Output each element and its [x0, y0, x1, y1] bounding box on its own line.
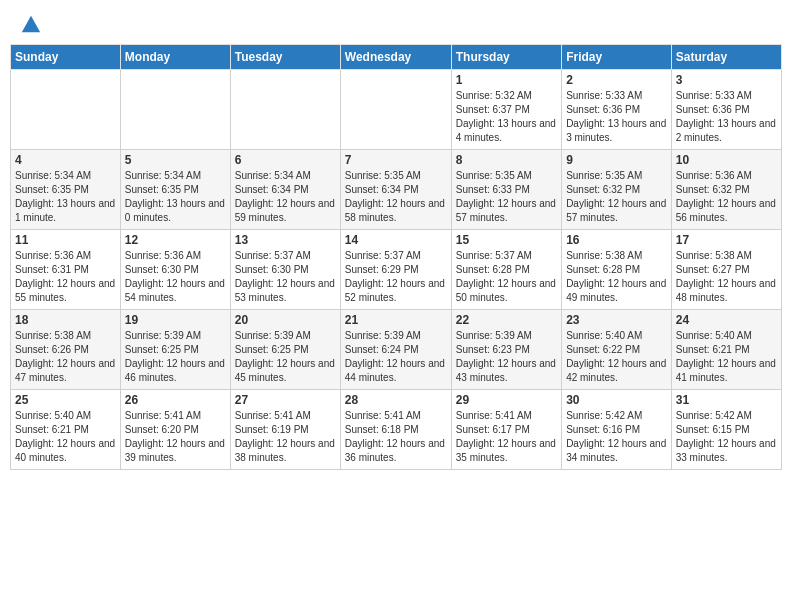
weekday-header-sunday: Sunday — [11, 45, 121, 70]
day-number: 17 — [676, 233, 777, 247]
day-number: 11 — [15, 233, 116, 247]
day-number: 25 — [15, 393, 116, 407]
calendar-cell: 23 Sunrise: 5:40 AMSunset: 6:22 PMDaylig… — [562, 310, 672, 390]
day-info: Sunrise: 5:32 AMSunset: 6:37 PMDaylight:… — [456, 90, 556, 143]
calendar-cell — [120, 70, 230, 150]
calendar-cell: 28 Sunrise: 5:41 AMSunset: 6:18 PMDaylig… — [340, 390, 451, 470]
calendar-cell: 22 Sunrise: 5:39 AMSunset: 6:23 PMDaylig… — [451, 310, 561, 390]
calendar-cell: 7 Sunrise: 5:35 AMSunset: 6:34 PMDayligh… — [340, 150, 451, 230]
calendar-cell — [230, 70, 340, 150]
calendar-cell — [340, 70, 451, 150]
day-info: Sunrise: 5:39 AMSunset: 6:25 PMDaylight:… — [125, 330, 225, 383]
calendar-cell: 30 Sunrise: 5:42 AMSunset: 6:16 PMDaylig… — [562, 390, 672, 470]
day-number: 28 — [345, 393, 447, 407]
day-number: 13 — [235, 233, 336, 247]
calendar-week-5: 25 Sunrise: 5:40 AMSunset: 6:21 PMDaylig… — [11, 390, 782, 470]
weekday-header-wednesday: Wednesday — [340, 45, 451, 70]
calendar-cell: 5 Sunrise: 5:34 AMSunset: 6:35 PMDayligh… — [120, 150, 230, 230]
day-info: Sunrise: 5:40 AMSunset: 6:21 PMDaylight:… — [15, 410, 115, 463]
day-info: Sunrise: 5:39 AMSunset: 6:23 PMDaylight:… — [456, 330, 556, 383]
day-number: 23 — [566, 313, 667, 327]
calendar-cell: 26 Sunrise: 5:41 AMSunset: 6:20 PMDaylig… — [120, 390, 230, 470]
day-info: Sunrise: 5:34 AMSunset: 6:34 PMDaylight:… — [235, 170, 335, 223]
calendar-cell: 29 Sunrise: 5:41 AMSunset: 6:17 PMDaylig… — [451, 390, 561, 470]
calendar-cell: 4 Sunrise: 5:34 AMSunset: 6:35 PMDayligh… — [11, 150, 121, 230]
day-info: Sunrise: 5:38 AMSunset: 6:27 PMDaylight:… — [676, 250, 776, 303]
calendar-cell: 15 Sunrise: 5:37 AMSunset: 6:28 PMDaylig… — [451, 230, 561, 310]
day-info: Sunrise: 5:35 AMSunset: 6:33 PMDaylight:… — [456, 170, 556, 223]
day-info: Sunrise: 5:41 AMSunset: 6:18 PMDaylight:… — [345, 410, 445, 463]
calendar-week-2: 4 Sunrise: 5:34 AMSunset: 6:35 PMDayligh… — [11, 150, 782, 230]
calendar-cell: 2 Sunrise: 5:33 AMSunset: 6:36 PMDayligh… — [562, 70, 672, 150]
calendar-cell: 24 Sunrise: 5:40 AMSunset: 6:21 PMDaylig… — [671, 310, 781, 390]
calendar-cell: 6 Sunrise: 5:34 AMSunset: 6:34 PMDayligh… — [230, 150, 340, 230]
day-info: Sunrise: 5:41 AMSunset: 6:20 PMDaylight:… — [125, 410, 225, 463]
day-number: 6 — [235, 153, 336, 167]
logo — [18, 14, 42, 32]
day-info: Sunrise: 5:36 AMSunset: 6:32 PMDaylight:… — [676, 170, 776, 223]
weekday-header-saturday: Saturday — [671, 45, 781, 70]
day-number: 20 — [235, 313, 336, 327]
day-number: 24 — [676, 313, 777, 327]
day-info: Sunrise: 5:39 AMSunset: 6:24 PMDaylight:… — [345, 330, 445, 383]
calendar-cell: 14 Sunrise: 5:37 AMSunset: 6:29 PMDaylig… — [340, 230, 451, 310]
day-info: Sunrise: 5:37 AMSunset: 6:29 PMDaylight:… — [345, 250, 445, 303]
calendar-cell: 13 Sunrise: 5:37 AMSunset: 6:30 PMDaylig… — [230, 230, 340, 310]
calendar-week-3: 11 Sunrise: 5:36 AMSunset: 6:31 PMDaylig… — [11, 230, 782, 310]
calendar-week-4: 18 Sunrise: 5:38 AMSunset: 6:26 PMDaylig… — [11, 310, 782, 390]
day-number: 7 — [345, 153, 447, 167]
day-number: 22 — [456, 313, 557, 327]
calendar-cell: 16 Sunrise: 5:38 AMSunset: 6:28 PMDaylig… — [562, 230, 672, 310]
day-number: 21 — [345, 313, 447, 327]
day-info: Sunrise: 5:40 AMSunset: 6:22 PMDaylight:… — [566, 330, 666, 383]
day-number: 30 — [566, 393, 667, 407]
day-info: Sunrise: 5:41 AMSunset: 6:19 PMDaylight:… — [235, 410, 335, 463]
day-number: 29 — [456, 393, 557, 407]
day-number: 3 — [676, 73, 777, 87]
calendar-cell: 8 Sunrise: 5:35 AMSunset: 6:33 PMDayligh… — [451, 150, 561, 230]
day-info: Sunrise: 5:34 AMSunset: 6:35 PMDaylight:… — [15, 170, 115, 223]
calendar-cell: 1 Sunrise: 5:32 AMSunset: 6:37 PMDayligh… — [451, 70, 561, 150]
day-info: Sunrise: 5:33 AMSunset: 6:36 PMDaylight:… — [566, 90, 666, 143]
day-number: 1 — [456, 73, 557, 87]
calendar-table: SundayMondayTuesdayWednesdayThursdayFrid… — [10, 44, 782, 470]
day-info: Sunrise: 5:37 AMSunset: 6:28 PMDaylight:… — [456, 250, 556, 303]
weekday-header-monday: Monday — [120, 45, 230, 70]
day-info: Sunrise: 5:38 AMSunset: 6:26 PMDaylight:… — [15, 330, 115, 383]
day-info: Sunrise: 5:42 AMSunset: 6:15 PMDaylight:… — [676, 410, 776, 463]
day-number: 19 — [125, 313, 226, 327]
day-number: 16 — [566, 233, 667, 247]
calendar-cell: 3 Sunrise: 5:33 AMSunset: 6:36 PMDayligh… — [671, 70, 781, 150]
weekday-header-row: SundayMondayTuesdayWednesdayThursdayFrid… — [11, 45, 782, 70]
weekday-header-thursday: Thursday — [451, 45, 561, 70]
page-header — [10, 10, 782, 36]
svg-marker-0 — [22, 16, 40, 33]
day-number: 18 — [15, 313, 116, 327]
weekday-header-friday: Friday — [562, 45, 672, 70]
calendar-cell: 10 Sunrise: 5:36 AMSunset: 6:32 PMDaylig… — [671, 150, 781, 230]
calendar-cell: 17 Sunrise: 5:38 AMSunset: 6:27 PMDaylig… — [671, 230, 781, 310]
day-number: 10 — [676, 153, 777, 167]
day-number: 26 — [125, 393, 226, 407]
day-number: 2 — [566, 73, 667, 87]
day-info: Sunrise: 5:35 AMSunset: 6:34 PMDaylight:… — [345, 170, 445, 223]
day-number: 31 — [676, 393, 777, 407]
day-info: Sunrise: 5:38 AMSunset: 6:28 PMDaylight:… — [566, 250, 666, 303]
calendar-cell: 25 Sunrise: 5:40 AMSunset: 6:21 PMDaylig… — [11, 390, 121, 470]
day-info: Sunrise: 5:35 AMSunset: 6:32 PMDaylight:… — [566, 170, 666, 223]
day-info: Sunrise: 5:33 AMSunset: 6:36 PMDaylight:… — [676, 90, 776, 143]
calendar-cell: 31 Sunrise: 5:42 AMSunset: 6:15 PMDaylig… — [671, 390, 781, 470]
day-info: Sunrise: 5:36 AMSunset: 6:31 PMDaylight:… — [15, 250, 115, 303]
day-number: 14 — [345, 233, 447, 247]
calendar-cell: 19 Sunrise: 5:39 AMSunset: 6:25 PMDaylig… — [120, 310, 230, 390]
day-number: 12 — [125, 233, 226, 247]
calendar-cell — [11, 70, 121, 150]
calendar-cell: 18 Sunrise: 5:38 AMSunset: 6:26 PMDaylig… — [11, 310, 121, 390]
day-info: Sunrise: 5:36 AMSunset: 6:30 PMDaylight:… — [125, 250, 225, 303]
logo-icon — [20, 14, 42, 36]
calendar-cell: 12 Sunrise: 5:36 AMSunset: 6:30 PMDaylig… — [120, 230, 230, 310]
calendar-cell: 27 Sunrise: 5:41 AMSunset: 6:19 PMDaylig… — [230, 390, 340, 470]
calendar-cell: 21 Sunrise: 5:39 AMSunset: 6:24 PMDaylig… — [340, 310, 451, 390]
day-info: Sunrise: 5:42 AMSunset: 6:16 PMDaylight:… — [566, 410, 666, 463]
day-number: 27 — [235, 393, 336, 407]
